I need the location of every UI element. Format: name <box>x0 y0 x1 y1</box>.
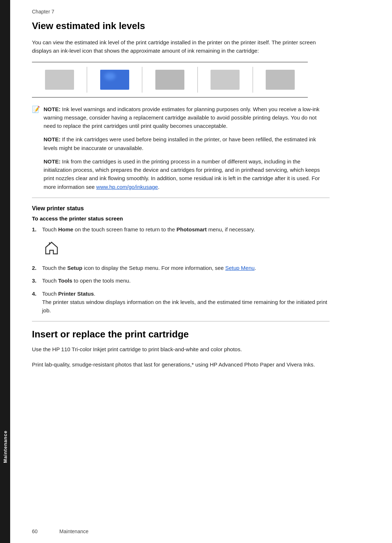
step-4-text-before: Touch <box>42 291 58 297</box>
step-1-body: Touch Home on the touch screen frame to … <box>42 225 330 234</box>
step-3-text-after: to open the tools menu. <box>72 277 131 284</box>
page-footer: 60 Maintenance <box>32 528 89 534</box>
section1-title: View estimated ink levels <box>32 20 370 32</box>
section-divider-2 <box>32 321 330 321</box>
inkusage-link[interactable]: www.hp.com/go/inkusage <box>96 184 158 190</box>
ink-cell-3 <box>142 67 197 93</box>
section-divider-1 <box>32 198 330 198</box>
note-label-1: NOTE: <box>44 106 61 112</box>
step-1-text-before: Touch <box>42 226 58 232</box>
steps-list: Touch Home on the touch screen frame to … <box>32 225 330 234</box>
subsection1-title: View printer status <box>32 205 370 212</box>
section2-para1: Use the HP 110 Tri-color Inkjet print ca… <box>32 345 330 353</box>
ink-cell-2 <box>87 67 142 93</box>
step-1-text-mid: on the touch screen frame to return to t… <box>73 226 176 232</box>
ink-box-3 <box>155 70 184 90</box>
step-4-description: The printer status window displays infor… <box>42 299 327 313</box>
note-content-1: Ink level warnings and indicators provid… <box>44 106 319 129</box>
ink-box-4 <box>211 70 240 90</box>
step-2: Touch the Setup icon to display the Setu… <box>32 264 330 272</box>
step-4-text-after: . <box>94 291 95 297</box>
subsubsection1-title: To access the printer status screen <box>32 215 370 222</box>
note-icon-1: 📝 <box>32 105 40 113</box>
section2-title: Insert or replace the print cartridge <box>32 329 370 340</box>
steps-list-2: Touch the Setup icon to display the Setu… <box>32 264 330 315</box>
step-2-body: Touch the Setup icon to display the Setu… <box>42 264 330 272</box>
side-tab-label: Maintenance <box>3 430 8 463</box>
note-block-2: 📝 NOTE: If the ink cartridges were used … <box>32 135 330 152</box>
note-text-3: NOTE: Ink from the cartridges is used in… <box>44 157 330 191</box>
section2-para2: Print lab-quality, smudge-resistant phot… <box>32 360 330 369</box>
side-tab: Maintenance <box>0 0 10 543</box>
section1-intro: You can view the estimated ink level of … <box>32 38 330 55</box>
ink-cell-4 <box>198 67 253 93</box>
chapter-label: Chapter 7 <box>32 9 370 15</box>
step-1-bold1: Home <box>58 226 73 232</box>
setup-menu-link[interactable]: Setup Menu <box>225 265 254 271</box>
step-3-bold1: Tools <box>58 277 72 284</box>
ink-box-2-active <box>100 70 129 90</box>
home-icon <box>43 239 60 257</box>
step-4-bold1: Printer Status <box>58 291 94 297</box>
step-4: Touch Printer Status. The printer status… <box>32 289 330 315</box>
step-3-body: Touch Tools to open the tools menu. <box>42 276 330 285</box>
step-2-text-after: . <box>254 265 256 271</box>
step-1-bold2: Photosmart <box>176 226 207 232</box>
note-content-2: If the ink cartridges were used before b… <box>44 136 316 151</box>
main-content: Chapter 7 View estimated ink levels You … <box>10 0 392 543</box>
ink-cell-5 <box>253 67 308 93</box>
step-3-text-before: Touch <box>42 277 58 284</box>
page-number: 60 <box>32 528 38 534</box>
step-4-body: Touch Printer Status. The printer status… <box>42 289 330 315</box>
step-1: Touch Home on the touch screen frame to … <box>32 225 330 234</box>
note-label-3: NOTE: <box>44 158 61 165</box>
note-label-2: NOTE: <box>44 136 61 142</box>
step-2-text-mid: icon to display the Setup menu. For more… <box>82 265 225 271</box>
step-2-text-before: Touch the <box>42 265 67 271</box>
home-icon-container <box>43 239 370 258</box>
note-block-1: 📝 NOTE: Ink level warnings and indicator… <box>32 105 330 130</box>
step-3: Touch Tools to open the tools menu. <box>32 276 330 285</box>
step-1-text-after: menu, if necessary. <box>207 226 255 232</box>
ink-box-5 <box>266 70 295 90</box>
step-2-bold1: Setup <box>67 265 82 271</box>
ink-cell-1 <box>32 67 87 93</box>
footer-label: Maintenance <box>60 528 89 534</box>
note-block-3: 📝 NOTE: Ink from the cartridges is used … <box>32 157 330 191</box>
note-content-3: Ink from the cartridges is used in the p… <box>44 158 320 190</box>
note-text-2: NOTE: If the ink cartridges were used be… <box>44 135 330 152</box>
ink-level-illustration <box>32 62 308 98</box>
note-text-1: NOTE: Ink level warnings and indicators … <box>44 105 330 130</box>
ink-box-1 <box>45 70 74 90</box>
